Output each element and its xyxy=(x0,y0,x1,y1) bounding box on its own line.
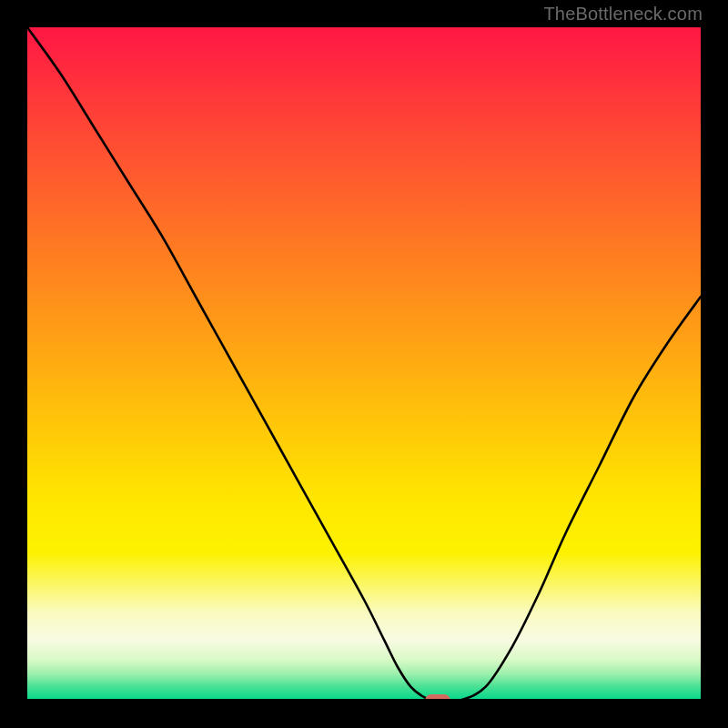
x-axis-line xyxy=(27,699,701,701)
attribution-label: TheBottleneck.com xyxy=(543,4,703,25)
chart-frame: TheBottleneck.com xyxy=(0,0,728,728)
bottleneck-curve xyxy=(27,27,701,701)
plot-area xyxy=(27,27,701,701)
